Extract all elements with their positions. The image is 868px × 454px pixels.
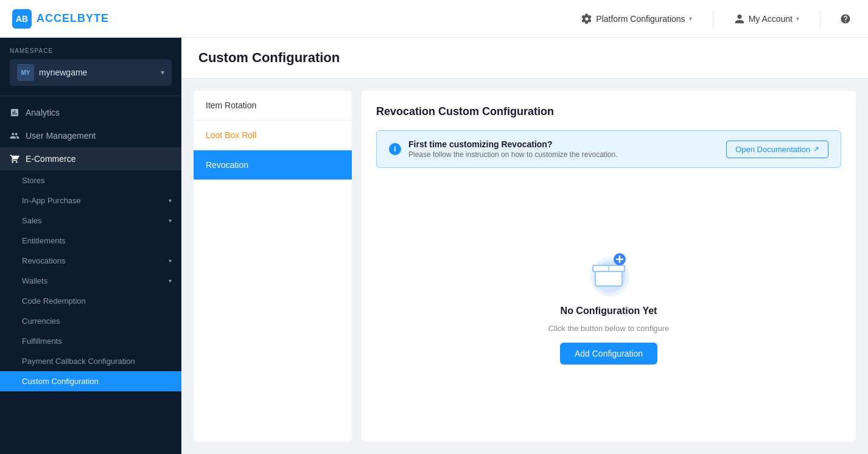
help-icon <box>840 13 851 24</box>
sidebar-item-user-management[interactable]: User Management <box>0 124 181 147</box>
sidebar-sub-payment-callback[interactable]: Payment Callback Configuration <box>0 351 181 371</box>
sales-label: Sales <box>22 216 42 225</box>
sidebar: NAMESPACE MY mynewgame ▾ Analytics User … <box>0 38 181 454</box>
logo: AB ACCELBYTE <box>12 9 109 29</box>
add-config-label: Add Configuration <box>575 349 643 358</box>
my-account-button[interactable]: My Account ▾ <box>728 10 805 28</box>
logo-icon: AB <box>12 9 32 29</box>
empty-state-title: No Configuration Yet <box>561 306 657 316</box>
main-content: Custom Configuration Item Rotation Loot … <box>181 38 868 454</box>
sidebar-sub-wallets[interactable]: Wallets ▾ <box>0 271 181 291</box>
platform-config-button[interactable]: Platform Configurations ▾ <box>575 10 698 28</box>
header-divider-2 <box>820 10 821 28</box>
info-banner: i First time customizing Revocation? Ple… <box>376 130 841 168</box>
sidebar-sub-custom-config[interactable]: Custom Configuration <box>0 371 181 391</box>
user-management-label: User Management <box>26 131 96 141</box>
open-doc-label: Open Documentation <box>735 145 810 154</box>
user-management-icon <box>10 131 19 141</box>
tab-rotation-label: Item Rotation <box>206 100 256 110</box>
ecommerce-label: E-Commerce <box>26 154 75 164</box>
info-banner-subtitle: Please follow the instruction on how to … <box>408 150 719 159</box>
sidebar-item-analytics[interactable]: Analytics <box>0 101 181 124</box>
tab-item-rotation[interactable]: Item Rotation <box>194 91 352 120</box>
logo-abbr: AB <box>16 14 28 24</box>
info-text: First time customizing Revocation? Pleas… <box>408 139 719 159</box>
tab-item-loot-box[interactable]: Loot Box Roll <box>194 120 352 150</box>
page-content: Item Rotation Loot Box Roll Revocation R… <box>181 79 868 454</box>
header: AB ACCELBYTE Platform Configurations ▾ M… <box>0 0 868 38</box>
sidebar-nav: Analytics User Management E-Commerce Sto… <box>0 96 181 454</box>
empty-illustration <box>578 243 639 298</box>
layout: NAMESPACE MY mynewgame ▾ Analytics User … <box>0 38 868 454</box>
sales-chevron-icon: ▾ <box>169 217 172 224</box>
namespace-name: mynewgame <box>39 68 156 77</box>
logo-text: ACCELBYTE <box>37 12 109 25</box>
help-button[interactable] <box>835 10 856 28</box>
sidebar-sub-revocations[interactable]: Revocations ▾ <box>0 251 181 271</box>
info-icon: i <box>389 143 401 155</box>
sidebar-sub-stores[interactable]: Stores <box>0 170 181 190</box>
analytics-label: Analytics <box>26 108 60 117</box>
tab-loot-box-label: Loot Box Roll <box>206 130 256 140</box>
content-panel: Revocation Custom Configuration i First … <box>362 91 856 442</box>
stores-label: Stores <box>22 176 45 185</box>
open-documentation-button[interactable]: Open Documentation ↗ <box>726 141 828 158</box>
empty-state-subtitle: Click the button below to configure <box>548 324 670 333</box>
namespace-chevron-icon: ▾ <box>161 68 164 77</box>
my-account-chevron: ▾ <box>796 15 799 22</box>
currencies-label: Currencies <box>22 316 60 326</box>
payment-callback-label: Payment Callback Configuration <box>22 357 135 366</box>
sidebar-sub-fulfillments[interactable]: Fulfillments <box>0 331 181 351</box>
my-account-label: My Account <box>749 14 793 24</box>
empty-state: No Configuration Yet Click the button be… <box>376 180 841 427</box>
sidebar-sub-entitlements[interactable]: Entitlements <box>0 231 181 251</box>
revocations-label: Revocations <box>22 256 66 265</box>
namespace-section: NAMESPACE MY mynewgame ▾ <box>0 38 181 96</box>
revocations-chevron-icon: ▾ <box>169 257 172 264</box>
sidebar-sub-in-app-purchase[interactable]: In-App Purchase ▾ <box>0 190 181 211</box>
fulfillments-label: Fulfillments <box>22 337 62 346</box>
tab-revocation-label: Revocation <box>206 160 248 170</box>
page-header: Custom Configuration <box>181 38 868 79</box>
content-title: Revocation Custom Configuration <box>376 105 841 118</box>
sidebar-item-ecommerce[interactable]: E-Commerce <box>0 147 181 170</box>
info-banner-title: First time customizing Revocation? <box>408 139 719 149</box>
custom-config-label: Custom Configuration <box>22 377 99 386</box>
account-icon <box>734 13 745 24</box>
header-right: Platform Configurations ▾ My Account ▾ <box>575 10 856 28</box>
tab-panel: Item Rotation Loot Box Roll Revocation <box>194 91 352 442</box>
sidebar-sub-sales[interactable]: Sales ▾ <box>0 211 181 231</box>
external-link-icon: ↗ <box>813 145 819 153</box>
namespace-label: NAMESPACE <box>10 47 172 54</box>
wallets-chevron-icon: ▾ <box>169 278 172 284</box>
in-app-purchase-label: In-App Purchase <box>22 196 81 205</box>
in-app-chevron-icon: ▾ <box>169 197 172 204</box>
platform-config-chevron: ▾ <box>689 15 692 22</box>
page-title: Custom Configuration <box>198 50 851 66</box>
ecommerce-icon <box>10 154 19 164</box>
code-redemption-label: Code Redemption <box>22 296 86 306</box>
sidebar-sub-currencies[interactable]: Currencies <box>0 311 181 331</box>
wallets-label: Wallets <box>22 276 47 285</box>
analytics-icon <box>10 108 19 117</box>
namespace-avatar: MY <box>17 64 34 81</box>
namespace-selector[interactable]: MY mynewgame ▾ <box>10 59 172 86</box>
sidebar-sub-code-redemption[interactable]: Code Redemption <box>0 291 181 311</box>
header-divider <box>713 10 713 28</box>
gear-icon <box>581 13 592 24</box>
platform-config-label: Platform Configurations <box>596 14 685 24</box>
add-configuration-button[interactable]: Add Configuration <box>560 343 657 365</box>
tab-item-revocation[interactable]: Revocation <box>194 150 352 180</box>
entitlements-label: Entitlements <box>22 236 66 245</box>
